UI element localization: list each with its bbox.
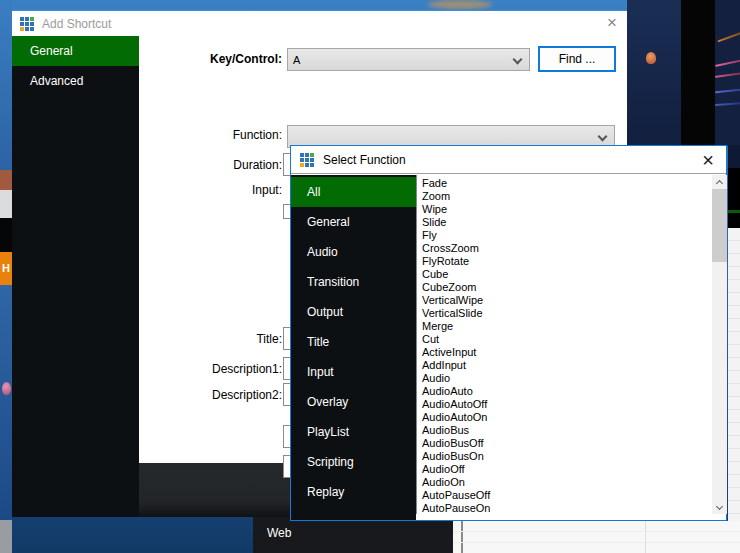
background-panel	[453, 521, 740, 553]
background-sliver	[728, 145, 740, 168]
vmix-logo-icon	[20, 17, 34, 31]
function-item-autopauseon[interactable]: AutoPauseOn	[422, 502, 712, 514]
hidden-field[interactable]	[283, 425, 290, 448]
background-window-sliver	[0, 170, 12, 190]
function-item-audiobusoff[interactable]: AudioBusOff	[422, 437, 712, 450]
firework-streak	[715, 102, 740, 106]
function-item-wipe[interactable]: Wipe	[422, 203, 712, 216]
background-row-line	[453, 531, 740, 532]
wallpaper-strip	[0, 0, 12, 170]
category-item-replay[interactable]: Replay	[291, 477, 416, 507]
description1-label: Description1:	[112, 362, 282, 376]
function-item-crosszoom[interactable]: CrossZoom	[422, 242, 712, 255]
chevron-down-icon	[513, 55, 523, 65]
function-item-flyrotate[interactable]: FlyRotate	[422, 255, 712, 268]
background-list-rows	[728, 228, 740, 521]
description2-label: Description2:	[112, 388, 282, 402]
function-item-fly[interactable]: Fly	[422, 229, 712, 242]
select-function-titlebar[interactable]: Select Function ×	[291, 146, 726, 174]
input-field[interactable]	[283, 204, 290, 219]
firework-streak	[715, 59, 740, 67]
firework-streak	[717, 32, 740, 43]
function-item-audioauto[interactable]: AudioAuto	[422, 385, 712, 398]
function-item-slide[interactable]: Slide	[422, 216, 712, 229]
vmix-logo-icon	[300, 153, 314, 167]
function-item-audioon[interactable]: AudioOn	[422, 476, 712, 489]
function-item-cut[interactable]: Cut	[422, 333, 712, 346]
function-item-audiooff[interactable]: AudioOff	[422, 463, 712, 476]
scroll-down-icon[interactable]	[712, 498, 727, 514]
wallpaper-strip	[0, 285, 12, 520]
function-list: FadeZoomWipeSlideFlyCrossZoomFlyRotateCu…	[416, 175, 712, 514]
function-item-cubezoom[interactable]: CubeZoom	[422, 281, 712, 294]
background-sliver	[728, 168, 740, 210]
function-item-autopauseoff[interactable]: AutoPauseOff	[422, 489, 712, 502]
function-item-verticalwipe[interactable]: VerticalWipe	[422, 294, 712, 307]
desktop: H Web Add Shortcut × GeneralAdvanced Key…	[0, 0, 740, 553]
function-item-audiobuson[interactable]: AudioBusOn	[422, 450, 712, 463]
description2-field[interactable]	[283, 383, 290, 406]
description1-field[interactable]	[283, 357, 290, 380]
function-item-fade[interactable]: Fade	[422, 177, 712, 190]
function-item-audioautooff[interactable]: AudioAutoOff	[422, 398, 712, 411]
title-label: Title:	[112, 332, 282, 346]
function-item-cube[interactable]: Cube	[422, 268, 712, 281]
category-item-all[interactable]: All	[291, 177, 416, 207]
web-tab[interactable]: Web	[253, 517, 455, 553]
firework-streak	[715, 89, 740, 94]
sidebar-item-advanced[interactable]: Advanced	[12, 66, 139, 96]
duration-field[interactable]	[283, 153, 290, 176]
find-button[interactable]: Find ...	[538, 46, 616, 72]
key-control-combobox[interactable]: A	[287, 48, 530, 71]
key-control-value: A	[293, 54, 300, 66]
background-window-sliver	[0, 190, 12, 218]
title-field[interactable]	[283, 327, 290, 350]
background-window-sliver	[0, 520, 12, 553]
balloon-image	[646, 52, 656, 64]
function-category-sidebar: AllGeneralAudioTransitionOutputTitleInpu…	[291, 175, 416, 520]
chevron-down-icon	[598, 132, 608, 142]
category-item-scripting[interactable]: Scripting	[291, 447, 416, 477]
category-item-output[interactable]: Output	[291, 297, 416, 327]
category-item-playlist[interactable]: PlayList	[291, 417, 416, 447]
category-item-input[interactable]: Input	[291, 357, 416, 387]
category-item-title[interactable]: Title	[291, 327, 416, 357]
taskbar-blur-thumbnail	[428, 0, 492, 9]
video-preview-fireworks	[715, 0, 740, 146]
category-item-general[interactable]: General	[291, 207, 416, 237]
close-icon[interactable]: ×	[607, 12, 617, 34]
function-item-audio[interactable]: Audio	[422, 372, 712, 385]
function-item-addinput[interactable]: AddInput	[422, 359, 712, 372]
dialog-title: Add Shortcut	[42, 17, 111, 31]
background-window-sliver: H	[0, 252, 12, 285]
function-item-activeinput[interactable]: ActiveInput	[422, 346, 712, 359]
function-item-merge[interactable]: Merge	[422, 320, 712, 333]
firework-streak	[715, 72, 740, 78]
select-function-dialog: Select Function × AllGeneralAudioTransit…	[290, 145, 727, 521]
background-row-line	[453, 542, 740, 543]
category-item-overlay[interactable]: Overlay	[291, 387, 416, 417]
category-item-audio[interactable]: Audio	[291, 237, 416, 267]
video-preview-balloon	[627, 0, 681, 146]
function-item-audioautoon[interactable]: AudioAutoOn	[422, 411, 712, 424]
function-item-verticalslide[interactable]: VerticalSlide	[422, 307, 712, 320]
duration-label: Duration:	[112, 158, 282, 172]
add-shortcut-sidebar: GeneralAdvanced	[12, 36, 139, 517]
add-shortcut-titlebar[interactable]: Add Shortcut ×	[12, 11, 627, 36]
scrollbar-thumb[interactable]	[712, 189, 727, 262]
background-divider	[645, 521, 646, 553]
function-label: Function:	[112, 128, 282, 142]
background-sliver	[728, 213, 740, 228]
function-item-audiobus[interactable]: AudioBus	[422, 424, 712, 437]
dialog-title: Select Function	[323, 153, 406, 167]
web-tab-label: Web	[267, 526, 291, 540]
scrollbar[interactable]	[712, 175, 727, 514]
hidden-field[interactable]	[283, 455, 290, 478]
category-item-transition[interactable]: Transition	[291, 267, 416, 297]
function-item-zoom[interactable]: Zoom	[422, 190, 712, 203]
background-window-sliver	[0, 218, 12, 252]
wallpaper-balloon	[2, 382, 11, 395]
key-control-label: Key/Control:	[112, 52, 282, 66]
input-label: Input:	[112, 183, 282, 197]
close-icon[interactable]: ×	[702, 148, 714, 172]
